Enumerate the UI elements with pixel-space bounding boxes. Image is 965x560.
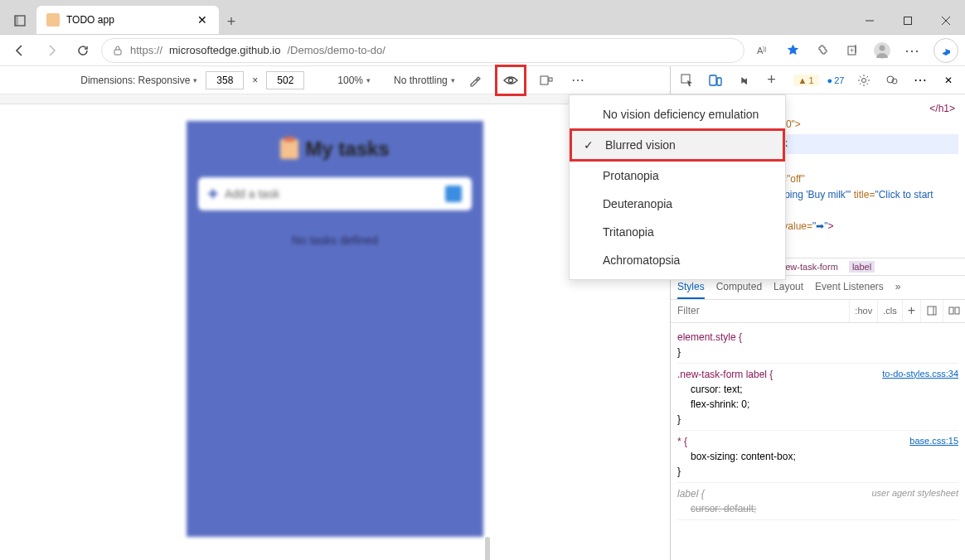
url-prefix: https://	[130, 44, 162, 56]
tab-event-listeners[interactable]: Event Listeners	[815, 276, 884, 299]
dimensions-dropdown[interactable]: Dimensions: Responsive	[80, 75, 197, 86]
svg-rect-23	[928, 307, 936, 315]
tab-strip: TODO app ✕ +	[0, 6, 851, 34]
vision-deficiency-button[interactable]	[499, 69, 522, 92]
throttling-dropdown[interactable]: No throttling	[394, 75, 455, 86]
vision-deficiency-menu: No vision deficiency emulation Blurred v…	[569, 94, 786, 280]
window-titlebar: TODO app ✕ +	[0, 0, 965, 35]
maximize-button[interactable]	[889, 7, 927, 34]
tab-favicon-icon	[46, 13, 60, 27]
vision-option-achromatopsia[interactable]: Achromatopsia	[570, 246, 785, 274]
close-window-button[interactable]	[927, 7, 965, 34]
more-icon[interactable]: ⋯	[899, 37, 925, 64]
vision-deficiency-button-highlight	[495, 65, 526, 96]
svg-rect-18	[710, 75, 716, 85]
styles-filter-input[interactable]	[671, 305, 849, 316]
tab-actions-button[interactable]	[7, 7, 33, 34]
viewport-width-input[interactable]	[206, 71, 244, 89]
address-field[interactable]: https://microsoftedge.github.io/Demos/de…	[101, 38, 744, 63]
code-line: </h1>	[929, 103, 955, 114]
back-button[interactable]	[7, 37, 33, 64]
content-area: Dimensions: Responsive × 100% No throttl…	[0, 66, 965, 560]
add-task-row[interactable]: ✚ Add a task	[198, 177, 472, 210]
empty-state-label: No tasks defined	[187, 234, 483, 247]
lock-icon	[112, 45, 124, 56]
submit-icon[interactable]	[445, 186, 462, 202]
vision-option-blurred[interactable]: Blurred vision	[572, 131, 783, 159]
rule-universal[interactable]: base.css:15 * { box-sizing: content-box;…	[677, 431, 958, 483]
computed-sidebar-icon[interactable]	[920, 300, 943, 322]
rule-element-style[interactable]: element.style {}	[677, 326, 958, 364]
eyedropper-icon[interactable]	[463, 69, 487, 92]
url-path: /Demos/demo-to-do/	[287, 44, 386, 56]
viewport-height-input[interactable]	[266, 71, 304, 89]
rule-new-task-label[interactable]: to-do-styles.css:34 .new-task-form label…	[677, 364, 958, 431]
svg-rect-25	[949, 307, 953, 314]
warning-badge[interactable]: ▲ 1	[793, 75, 819, 86]
more-tabs-icon[interactable]	[732, 69, 755, 92]
url-bar: https://microsoftedge.github.io/Demos/de…	[0, 35, 965, 66]
rule-source-ua: user agent stylesheet	[871, 486, 958, 500]
window-controls	[851, 7, 965, 34]
clipboard-icon	[280, 139, 298, 159]
toolbar-icons: A)) + ⋯	[749, 37, 925, 64]
device-toolbar: Dimensions: Responsive × 100% No throttl…	[0, 66, 670, 94]
flex-toggle-icon[interactable]	[943, 300, 965, 322]
extensions-icon[interactable]	[809, 37, 836, 64]
svg-text:)): ))	[763, 46, 767, 52]
vision-option-none[interactable]: No vision deficiency emulation	[570, 100, 785, 128]
svg-rect-15	[541, 76, 548, 84]
feedback-icon[interactable]	[880, 69, 904, 92]
more-tabs-chevron-icon[interactable]: »	[895, 276, 901, 299]
refresh-button[interactable]	[70, 37, 96, 64]
css-overview-icon[interactable]	[535, 69, 558, 92]
collections-icon[interactable]: +	[839, 37, 866, 64]
styles-filter-row: :hov .cls +	[671, 300, 965, 323]
device-toggle-icon[interactable]	[704, 69, 727, 92]
app-title: My tasks	[305, 138, 389, 161]
add-task-placeholder: Add a task	[225, 187, 279, 200]
settings-icon[interactable]	[852, 69, 875, 92]
browser-tab[interactable]: TODO app ✕	[36, 6, 219, 34]
read-aloud-icon[interactable]: A))	[749, 37, 776, 64]
svg-rect-3	[904, 17, 912, 25]
inspect-icon[interactable]	[676, 69, 699, 92]
devtools-more-icon[interactable]: ⋯	[909, 69, 932, 92]
resize-handle-right[interactable]	[485, 537, 490, 560]
rule-source-link[interactable]: base.css:15	[909, 434, 958, 448]
devtools-close-icon[interactable]: ✕	[937, 69, 960, 92]
info-badge[interactable]: 27	[824, 75, 848, 86]
vision-option-tritanopia[interactable]: Tritanopia	[570, 218, 785, 246]
forward-button[interactable]	[38, 37, 65, 64]
minimize-button[interactable]	[851, 7, 889, 34]
svg-point-13	[880, 45, 885, 51]
zoom-dropdown[interactable]: 100%	[337, 75, 371, 86]
favorite-icon[interactable]	[779, 37, 806, 64]
rule-ua-label[interactable]: user agent stylesheet label { cursor: de…	[677, 483, 958, 520]
cls-toggle[interactable]: .cls	[877, 300, 902, 322]
bing-sidebar-icon[interactable]	[933, 38, 958, 63]
new-rule-plus-icon[interactable]: +	[902, 300, 920, 322]
profile-icon[interactable]	[869, 37, 895, 64]
plus-icon: ✚	[208, 187, 218, 200]
tab-title: TODO app	[66, 14, 189, 26]
times-label: ×	[252, 75, 258, 86]
vision-option-highlight: Blurred vision	[570, 128, 785, 162]
app-header: My tasks	[187, 121, 483, 177]
svg-rect-26	[955, 307, 959, 314]
svg-rect-19	[717, 78, 721, 85]
devtools-toolbar: + ▲ 1 27 ⋯ ✕	[671, 66, 965, 94]
svg-rect-6	[114, 50, 121, 55]
hov-toggle[interactable]: :hov	[849, 300, 877, 322]
new-tab-plus-icon[interactable]: +	[760, 69, 783, 92]
styles-body[interactable]: element.style {} to-do-styles.css:34 .ne…	[671, 323, 965, 524]
new-tab-button[interactable]: +	[219, 9, 244, 34]
rule-source-link[interactable]: to-do-styles.css:34	[882, 367, 958, 381]
device-more-icon[interactable]: ⋯	[566, 69, 589, 92]
vision-option-protanopia[interactable]: Protanopia	[570, 162, 785, 190]
close-tab-icon[interactable]: ✕	[196, 13, 209, 27]
svg-point-14	[508, 78, 512, 82]
vision-option-deuteranopia[interactable]: Deuteranopia	[570, 190, 785, 218]
crumb-selected[interactable]: label	[849, 261, 875, 273]
emulated-viewport[interactable]: My tasks ✚ Add a task No tasks defined	[187, 121, 483, 537]
